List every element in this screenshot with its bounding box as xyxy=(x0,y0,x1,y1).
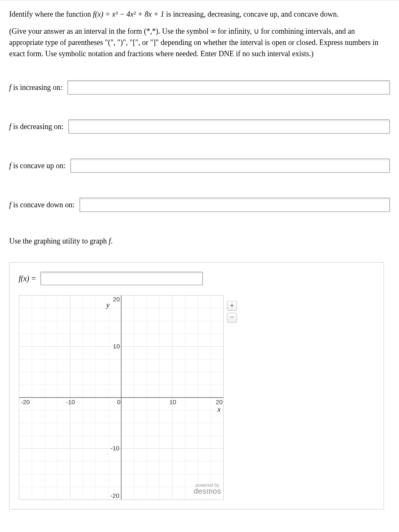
instructions: (Give your answer as an interval in the … xyxy=(9,26,390,60)
concave-down-input[interactable] xyxy=(80,198,390,212)
fx-label: f(x) = xyxy=(19,274,36,283)
x-tick-10: 10 xyxy=(170,398,177,405)
zoom-out-button[interactable]: − xyxy=(227,313,237,323)
concave-down-label: f is concave down on: xyxy=(9,201,75,209)
question-text: Identify where the function f(x) = x³ − … xyxy=(9,9,390,20)
x-tick-neg20: -20 xyxy=(21,398,30,405)
question-prefix: Identify where the function xyxy=(9,10,93,18)
x-axis-label: x xyxy=(217,405,221,413)
zoom-in-button[interactable]: + xyxy=(227,301,237,311)
decreasing-label: f is decreasing on: xyxy=(9,122,63,131)
x-tick-0: 0 xyxy=(117,398,120,405)
x-tick-20: 20 xyxy=(216,398,223,405)
graph-container: f(x) = xyxy=(9,262,384,510)
y-axis-label: y xyxy=(105,301,110,309)
x-tick-neg10: -10 xyxy=(66,398,75,405)
concave-up-input[interactable] xyxy=(70,159,390,173)
graph-canvas[interactable]: -20 -10 0 10 20 20 10 -10 -20 y x xyxy=(19,295,224,500)
y-tick-neg20: -20 xyxy=(110,492,120,499)
decreasing-input[interactable] xyxy=(68,119,390,134)
increasing-label: f f is increasing on:is increasing on: xyxy=(9,83,62,92)
concave-up-label: f is concave up on: xyxy=(9,162,65,170)
y-tick-neg10: -10 xyxy=(110,445,120,452)
question-func-lhs: f(x) = x³ − 4x² + 8x + 1 xyxy=(93,10,164,18)
powered-by: powered by desmos xyxy=(194,482,221,496)
increasing-input[interactable] xyxy=(67,80,390,94)
graph-area[interactable]: -20 -10 0 10 20 20 10 -10 -20 y x + − po… xyxy=(19,295,224,500)
use-graph-text: Use the graphing utility to graph f. xyxy=(9,237,390,246)
y-tick-10: 10 xyxy=(113,343,120,350)
fx-input[interactable] xyxy=(40,272,203,285)
question-suffix: is increasing, decreasing, concave up, a… xyxy=(166,10,339,18)
y-tick-20: 20 xyxy=(113,296,120,303)
brand-text: desmos xyxy=(194,487,221,496)
